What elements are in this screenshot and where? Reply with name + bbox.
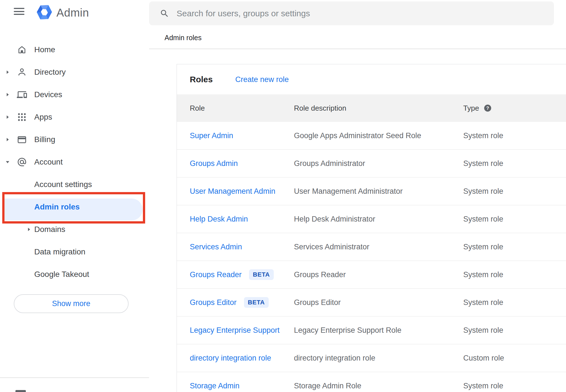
help-icon[interactable]: ? [483,104,492,112]
role-cell: Groups Reader BETA [190,269,294,280]
role-type-cell: System role [463,270,566,279]
sidebar-item-label: Billing [34,135,55,144]
search-bar[interactable] [149,1,554,25]
sidebar-item-billing[interactable]: Billing [0,128,149,151]
chevron-down-icon[interactable] [4,159,11,165]
roles-card-titlebar: Roles Create new role [177,64,566,94]
role-description-cell: Groups Administrator [294,159,463,168]
create-new-role-link[interactable]: Create new role [235,75,289,84]
table-row: Services Admin Services Administrator Sy… [177,233,566,261]
sidebar-item-label: Account [34,158,63,167]
column-header-type: Type ? [463,104,566,113]
role-cell: Storage Admin [190,382,294,390]
role-cell: Legacy Enterprise Support [190,326,294,335]
table-row: Legacy Enterprise Support Legacy Enterpr… [177,316,566,344]
search-icon [160,9,169,18]
role-cell: Help Desk Admin [190,215,294,224]
role-description-cell: Groups Reader [294,270,463,279]
sidebar-item-domains[interactable]: Domains [0,218,149,241]
role-link[interactable]: User Management Admin [190,187,275,196]
billing-icon [17,135,27,145]
role-link[interactable]: Help Desk Admin [190,215,248,224]
role-description-cell: Services Administrator [294,243,463,251]
chevron-right-icon[interactable] [4,136,11,143]
table-body: Super Admin Google Apps Administrator Se… [177,122,566,392]
table-row: User Management Admin User Management Ad… [177,177,566,205]
sidebar-item-label: Data migration [34,247,85,256]
role-description-cell: Groups Editor [294,298,463,307]
table-row: Storage Admin Storage Admin Role System … [177,372,566,392]
chevron-right-icon[interactable] [4,92,11,98]
partial-bottom-icon [15,390,26,392]
role-link[interactable]: Groups Reader [190,270,242,279]
role-link[interactable]: Super Admin [190,131,233,140]
sidebar-item-label: Account settings [34,180,92,189]
role-link[interactable]: Services Admin [190,243,242,251]
roles-card: Roles Create new role Role Role descript… [177,64,566,392]
table-row: directory integration role directory int… [177,344,566,372]
sidebar-item-account[interactable]: Account [0,151,149,173]
table-row: Groups Admin Groups Administrator System… [177,150,566,177]
sidebar-item-devices[interactable]: Devices [0,83,149,106]
role-description-cell: Storage Admin Role [294,382,463,390]
svg-text:?: ? [486,106,489,111]
role-type-cell: Custom role [463,354,566,363]
role-type-cell: System role [463,382,566,390]
role-type-cell: System role [463,243,566,251]
sidebar-item-home[interactable]: Home [0,38,149,61]
chevron-right-icon[interactable] [4,114,11,120]
sidebar-item-label: Home [34,45,55,54]
role-type-cell: System role [463,326,566,335]
sidebar-item-label: Apps [34,113,52,122]
sidebar-nav: HomeDirectoryDevicesAppsBillingAccountAc… [0,0,149,392]
column-header-role: Role [190,104,294,113]
role-type-cell: System role [463,131,566,140]
role-link[interactable]: Legacy Enterprise Support [190,326,280,335]
table-row: Help Desk Admin Help Desk Administrator … [177,205,566,233]
role-cell: Services Admin [190,243,294,251]
role-description-cell: Google Apps Administrator Seed Role [294,131,463,140]
search-input[interactable] [176,8,554,19]
sidebar-item-apps[interactable]: Apps [0,106,149,128]
role-link[interactable]: directory integration role [190,354,271,363]
role-type-cell: System role [463,187,566,196]
role-link[interactable]: Storage Admin [190,382,239,390]
table-row: Groups Editor BETA Groups Editor System … [177,289,566,316]
table-header: Role Role description Type ? [177,94,566,122]
person-icon [17,67,27,77]
chevron-right-icon[interactable] [4,69,11,75]
sidebar-item-label: Directory [34,68,66,77]
table-row: Super Admin Google Apps Administrator Se… [177,122,566,150]
sidebar-item-data-migration[interactable]: Data migration [0,241,149,263]
sidebar: Admin HomeDirectoryDevicesAppsBillingAcc… [0,0,149,392]
sidebar-item-account-settings[interactable]: Account settings [0,173,149,196]
page-title: Roles [190,75,213,84]
role-link[interactable]: Groups Editor [190,298,237,307]
table-row: Groups Reader BETA Groups Reader System … [177,261,566,289]
chevron-right-icon[interactable] [26,226,32,233]
role-cell: Groups Admin [190,159,294,168]
sidebar-item-google-takeout[interactable]: Google Takeout [0,263,149,286]
role-type-cell: System role [463,159,566,168]
role-cell: User Management Admin [190,187,294,196]
content-divider [149,49,566,49]
role-description-cell: Legacy Enterprise Support Role [294,326,463,335]
role-type-cell: System role [463,298,566,307]
sidebar-item-label: Domains [34,225,65,234]
role-description-cell: directory integration role [294,354,463,363]
role-link[interactable]: Groups Admin [190,159,238,168]
show-more-button[interactable]: Show more [14,294,129,313]
apps-icon [17,112,27,122]
sidebar-item-label: Google Takeout [34,270,89,279]
devices-icon [17,90,27,100]
role-cell: Super Admin [190,131,294,140]
role-cell: directory integration role [190,354,294,363]
sidebar-item-label: Admin roles [34,202,80,211]
breadcrumb: Admin roles [165,34,202,42]
beta-badge: BETA [249,269,274,280]
sidebar-item-directory[interactable]: Directory [0,61,149,83]
sidebar-bottom-divider [0,377,149,378]
at-icon [17,157,27,167]
sidebar-item-admin-roles[interactable]: Admin roles [0,196,149,218]
role-description-cell: User Management Administrator [294,187,463,196]
